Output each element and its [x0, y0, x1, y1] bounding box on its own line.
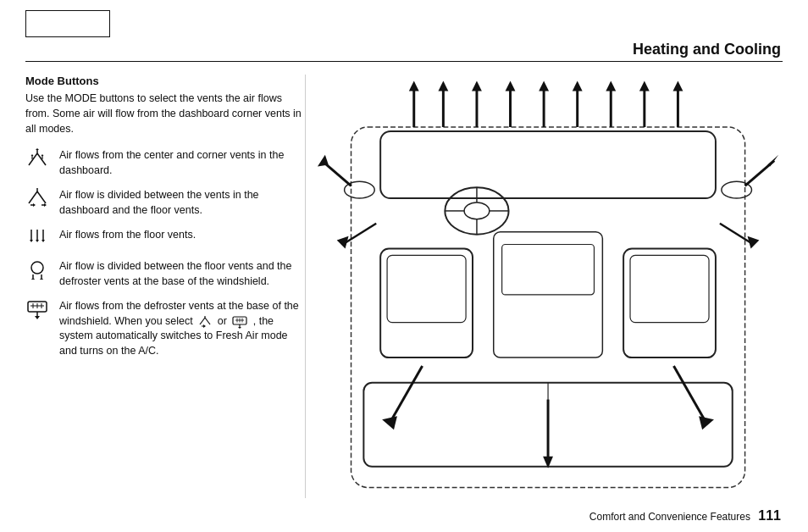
footer-page: 111 — [758, 508, 781, 523]
mode-icon-2 — [25, 188, 54, 209]
svg-marker-5 — [31, 154, 34, 156]
svg-rect-54 — [502, 245, 595, 295]
svg-marker-83 — [318, 155, 329, 167]
svg-marker-89 — [699, 416, 714, 429]
svg-marker-69 — [472, 81, 482, 91]
svg-line-35 — [205, 318, 210, 324]
svg-rect-56 — [387, 255, 466, 322]
footer-chapter: Comfort and Convenience Features — [589, 511, 750, 523]
footer: Comfort and Convenience Features 111 — [589, 508, 781, 524]
svg-rect-46 — [380, 131, 716, 198]
mode-icon-5 — [25, 299, 54, 322]
page-title: Heating and Cooling — [633, 41, 781, 58]
svg-marker-21 — [42, 240, 45, 242]
svg-marker-19 — [36, 240, 39, 242]
svg-marker-3 — [36, 148, 39, 150]
svg-marker-95 — [748, 236, 760, 249]
svg-marker-24 — [31, 279, 35, 280]
mode-icon-1 — [25, 148, 54, 169]
mode-icon-3 — [25, 228, 54, 249]
svg-line-1 — [37, 153, 46, 165]
svg-line-8 — [29, 191, 37, 203]
mode-item-3: Air flows from the floor vents. — [25, 228, 305, 249]
mode-icon-4 — [25, 259, 54, 282]
svg-marker-65 — [409, 81, 419, 91]
mode-text-3: Air flows from the floor vents. — [59, 228, 305, 243]
svg-line-88 — [673, 366, 707, 424]
svg-line-0 — [29, 153, 37, 165]
vertical-divider — [305, 75, 306, 498]
svg-marker-15 — [44, 203, 47, 207]
left-column: Mode Buttons Use the MODE buttons to sel… — [25, 75, 305, 498]
svg-line-92 — [343, 224, 377, 245]
mode-text-1: Air flows from the center and corner ven… — [59, 148, 305, 178]
svg-marker-45 — [238, 327, 241, 329]
svg-marker-71 — [506, 81, 516, 91]
mode-item-2: Air flow is divided between the vents in… — [25, 188, 305, 218]
svg-rect-57 — [623, 248, 716, 357]
mode-item-5: Air flows from the defroster vents at th… — [25, 299, 305, 358]
mode-text-4: Air flow is divided between the floor ve… — [59, 259, 305, 289]
svg-marker-7 — [42, 154, 44, 156]
mode-text-2: Air flow is divided between the vents in… — [59, 188, 305, 218]
mode-item-4: Air flow is divided between the floor ve… — [25, 259, 305, 289]
top-box — [25, 10, 110, 37]
svg-marker-13 — [33, 203, 36, 207]
car-diagram-area — [313, 75, 791, 498]
svg-line-94 — [720, 224, 754, 245]
mode-item-1: Air flows from the center and corner ven… — [25, 148, 305, 178]
svg-marker-93 — [337, 236, 349, 249]
svg-marker-77 — [606, 81, 616, 91]
svg-marker-85 — [767, 155, 778, 167]
intro-text: Use the MODE buttons to select the vents… — [25, 91, 305, 136]
svg-marker-87 — [382, 416, 397, 429]
svg-marker-81 — [672, 81, 683, 91]
svg-marker-33 — [35, 316, 40, 319]
svg-marker-17 — [30, 240, 33, 242]
mode-text-5: Air flows from the defroster vents at th… — [59, 299, 305, 358]
svg-line-9 — [37, 191, 46, 203]
svg-point-22 — [31, 262, 43, 274]
svg-marker-26 — [40, 279, 43, 280]
divider — [25, 61, 783, 62]
svg-marker-67 — [438, 81, 448, 91]
svg-rect-55 — [380, 248, 473, 357]
svg-marker-75 — [573, 81, 583, 91]
section-title: Mode Buttons — [25, 75, 305, 87]
svg-line-86 — [389, 366, 423, 424]
svg-point-48 — [464, 202, 490, 219]
svg-marker-38 — [203, 324, 206, 328]
svg-marker-73 — [539, 81, 549, 91]
svg-rect-58 — [630, 255, 709, 322]
car-interior-svg — [313, 75, 791, 498]
svg-line-34 — [200, 318, 205, 324]
svg-marker-79 — [639, 81, 650, 91]
